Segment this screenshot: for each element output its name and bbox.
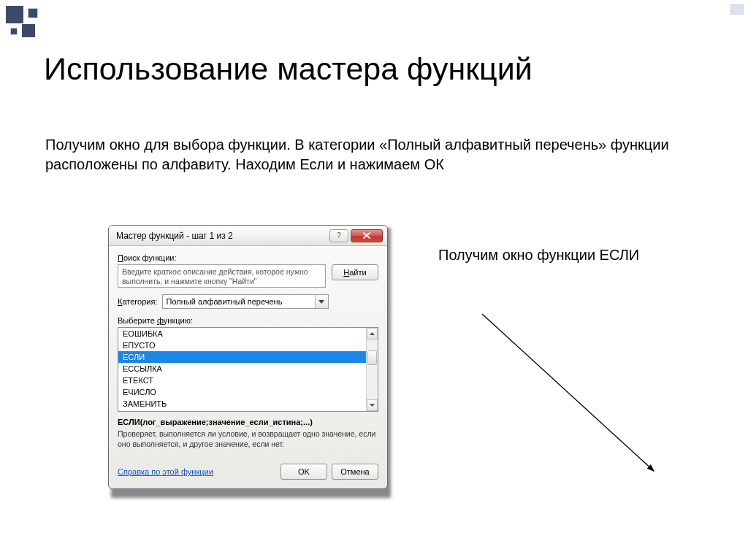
category-label: Категория: (118, 297, 158, 306)
find-button-text: айти (349, 268, 366, 277)
deco-sq (10, 28, 18, 35)
deco-sq (6, 6, 23, 23)
list-items: ЕОШИБКА ЕПУСТО ЕСЛИ ЕССЫЛКА ЕТЕКСТ ЕЧИСЛ… (118, 328, 366, 411)
function-syntax: ЕСЛИ(лог_выражение;значение_если_истина;… (118, 418, 378, 426)
scroll-up-icon[interactable] (367, 328, 378, 340)
list-item[interactable]: ЕОШИБКА (118, 328, 366, 340)
search-input[interactable]: Введите краткое описание действия, котор… (118, 264, 326, 288)
cancel-button[interactable]: Отмена (332, 464, 378, 480)
list-item[interactable]: ЕПУСТО (118, 340, 366, 351)
slide-sidenote: Получим окно функции ЕСЛИ (438, 245, 639, 265)
find-button[interactable]: Найти (332, 264, 378, 280)
list-item[interactable]: ЕТЕКСТ (118, 375, 366, 386)
scroll-thumb[interactable] (367, 350, 377, 365)
search-label-text: оиск функции: (123, 253, 177, 262)
category-combo[interactable]: Полный алфавитный перечень (162, 294, 329, 309)
scrollbar[interactable] (366, 328, 378, 411)
titlebar: Мастер функций - шаг 1 из 2 ? (109, 226, 387, 246)
chevron-down-icon (315, 295, 328, 308)
help-button[interactable]: ? (329, 229, 348, 242)
list-item[interactable]: ЕЧИСЛО (118, 386, 366, 398)
function-listbox[interactable]: ЕОШИБКА ЕПУСТО ЕСЛИ ЕССЫЛКА ЕТЕКСТ ЕЧИСЛ… (118, 327, 378, 412)
titlebar-buttons: ? (329, 229, 383, 242)
dialog-body: Поиск функции: Введите краткое описание … (109, 246, 387, 488)
close-button[interactable] (351, 229, 383, 242)
search-label: Поиск функции: (118, 253, 378, 262)
ok-button[interactable]: OK (280, 464, 327, 480)
arrow-icon (468, 307, 687, 496)
slide-intro: Получим окно для выбора функции. В катег… (45, 135, 688, 174)
slide-title: Использование мастера функций (44, 51, 533, 87)
function-wizard-dialog: Мастер функций - шаг 1 из 2 ? Поиск функ… (108, 225, 388, 489)
scroll-down-icon[interactable] (367, 399, 378, 411)
close-icon (362, 231, 371, 239)
category-value: Полный алфавитный перечень (163, 297, 315, 306)
slide-deco-tr (730, 4, 744, 15)
dialog-title: Мастер функций - шаг 1 из 2 (116, 231, 233, 241)
deco-sq (28, 8, 38, 18)
svg-line-0 (482, 314, 654, 471)
scroll-track[interactable] (367, 340, 378, 399)
deco-sq (22, 24, 35, 37)
select-function-label: Выберите функцию: (118, 316, 378, 325)
list-item[interactable]: ЕССЫЛКА (118, 363, 366, 375)
list-item[interactable]: ЗАМЕНИТЬ (118, 398, 366, 410)
function-description: Проверяет, выполняется ли условие, и воз… (118, 429, 378, 449)
help-link[interactable]: Справка по этой функции (118, 467, 213, 476)
list-item-selected[interactable]: ЕСЛИ (118, 351, 366, 363)
